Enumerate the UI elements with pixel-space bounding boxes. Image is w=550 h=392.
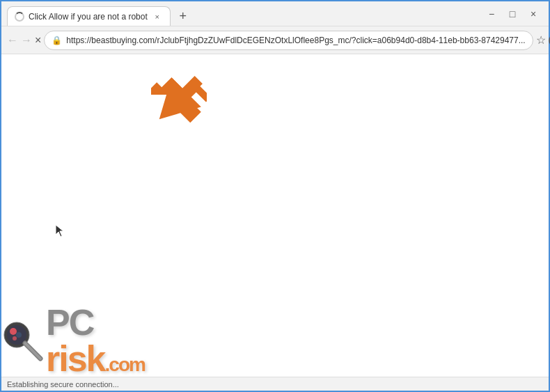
- back-button[interactable]: ←: [7, 31, 18, 50]
- tab-title: Click Allow if you are not a robot: [29, 12, 148, 22]
- forward-button[interactable]: →: [21, 31, 32, 50]
- watermark: PC risk.com: [1, 304, 145, 377]
- title-bar: Click Allow if you are not a robot × + −…: [1, 1, 549, 26]
- svg-marker-4: [56, 225, 63, 237]
- pcrisk-logo: PC risk.com: [46, 304, 145, 377]
- arrow-icon: [151, 68, 207, 131]
- dot-com-text: .com: [105, 354, 145, 375]
- tab-spinner: [15, 12, 24, 22]
- svg-point-7: [10, 328, 17, 335]
- window-controls: − □ ×: [476, 1, 549, 26]
- minimize-button[interactable]: −: [482, 4, 501, 24]
- lock-icon: 🔒: [52, 36, 62, 45]
- risk-text: risk.com: [46, 338, 145, 377]
- url-text: https://beastbuying.com/rJclubFtjhgDzZUw…: [66, 36, 525, 45]
- new-tab-button[interactable]: +: [173, 6, 193, 26]
- nav-bar: ← → × 🔒 https://beastbuying.com/rJclubFt…: [1, 26, 549, 54]
- status-text: Establishing secure connection...: [7, 380, 119, 389]
- arrow-container: [151, 68, 207, 134]
- page-content: PC risk.com: [1, 54, 549, 377]
- close-button[interactable]: ×: [524, 4, 543, 24]
- restore-button[interactable]: □: [503, 4, 522, 24]
- status-bar: Establishing secure connection...: [1, 377, 549, 391]
- mouse-cursor: [56, 225, 65, 235]
- active-tab[interactable]: Click Allow if you are not a robot ×: [7, 6, 171, 26]
- browser-window: Click Allow if you are not a robot × + −…: [0, 0, 550, 392]
- pc-text: PC: [46, 302, 93, 343]
- svg-point-9: [13, 336, 17, 340]
- svg-marker-3: [151, 68, 207, 131]
- svg-line-11: [25, 343, 40, 359]
- tab-close-button[interactable]: ×: [152, 11, 163, 22]
- bookmark-button[interactable]: ☆: [536, 31, 546, 50]
- svg-point-8: [16, 332, 22, 338]
- address-bar[interactable]: 🔒 https://beastbuying.com/rJclubFtjhgDzZ…: [44, 31, 533, 50]
- magnifier-icon: [1, 320, 43, 361]
- tab-area: Click Allow if you are not a robot × +: [1, 1, 476, 26]
- stop-button[interactable]: ×: [35, 31, 41, 50]
